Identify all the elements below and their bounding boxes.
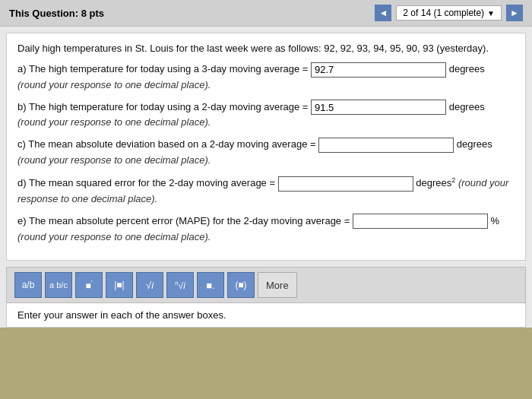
part-b: b) The high temperature for today using … (17, 100, 515, 131)
part-e-label: e) (17, 215, 27, 226)
more-button[interactable]: More (258, 272, 297, 298)
mixed-fraction-icon: a b/c (49, 280, 68, 290)
part-c-label: c) (17, 138, 26, 150)
bottom-bar (0, 334, 532, 394)
part-a: a) The high temperature for today using … (17, 62, 515, 93)
part-a-label: a) (17, 63, 27, 74)
paren-button[interactable]: (■) (227, 272, 255, 298)
nav-info: 2 of 14 (1 complete) ▼ (396, 5, 502, 21)
prev-button[interactable]: ◄ (375, 5, 391, 21)
question-label: This Question: (9, 8, 78, 19)
sqrt-button[interactable]: √i (136, 272, 163, 298)
nth-root-button[interactable]: n√i (166, 272, 194, 298)
part-d-label: d) (17, 177, 27, 188)
question-points: 8 pts (81, 8, 104, 19)
header-bar: This Question: 8 pts ◄ 2 of 14 (1 comple… (0, 0, 532, 27)
part-a-input[interactable] (311, 62, 446, 78)
content-area: Daily high temperatures in St. Louis for… (6, 33, 526, 261)
footer-instruction: Enter your answer in each of the answer … (6, 303, 526, 328)
part-c-text-before: The mean absolute deviation based on a 2… (28, 138, 315, 150)
abs-value-button[interactable]: ■. (197, 272, 224, 298)
toolbar: a/b a b/c ■′ |■| √i n√i ■. (■) More (6, 267, 526, 303)
part-b-input[interactable] (311, 100, 446, 115)
abs-value-icon: ■. (206, 280, 214, 291)
fraction-icon: a/b (22, 280, 35, 290)
paren-icon: (■) (235, 280, 246, 290)
dropdown-arrow-icon[interactable]: ▼ (487, 9, 495, 17)
part-b-text-before: The high temperature for today using a 2… (29, 101, 308, 112)
next-button[interactable]: ► (506, 5, 523, 21)
part-d: d) The mean squared error for the 2-day … (17, 175, 515, 207)
sqrt-icon: √i (146, 280, 154, 291)
intro-text: Daily high temperatures in St. Louis for… (17, 43, 515, 54)
nth-root-icon: n√i (175, 280, 185, 291)
subscript-icon: |■| (114, 280, 124, 290)
part-a-text-before: The high temperature for today using a 3… (29, 63, 308, 74)
part-e-input[interactable] (353, 214, 488, 229)
subscript-button[interactable]: |■| (106, 272, 133, 298)
question-info: This Question: 8 pts (9, 8, 104, 19)
header-nav: ◄ 2 of 14 (1 complete) ▼ ► (375, 5, 523, 21)
part-b-label: b) (17, 101, 27, 112)
part-e-text-before: The mean absolute percent error (MAPE) f… (29, 215, 350, 226)
superscript-button[interactable]: ■′ (75, 272, 103, 298)
part-c: c) The mean absolute deviation based on … (17, 137, 515, 169)
mixed-fraction-button[interactable]: a b/c (45, 272, 72, 298)
superscript-icon: ■′ (86, 279, 93, 291)
part-c-input[interactable] (318, 138, 454, 153)
part-d-input[interactable] (278, 176, 413, 192)
fraction-button[interactable]: a/b (14, 272, 42, 298)
part-d-text-before: The mean squared error for the 2-day mov… (29, 177, 275, 188)
main-container: This Question: 8 pts ◄ 2 of 14 (1 comple… (0, 0, 532, 328)
part-e: e) The mean absolute percent error (MAPE… (17, 214, 515, 245)
nav-text: 2 of 14 (1 complete) (403, 8, 484, 18)
